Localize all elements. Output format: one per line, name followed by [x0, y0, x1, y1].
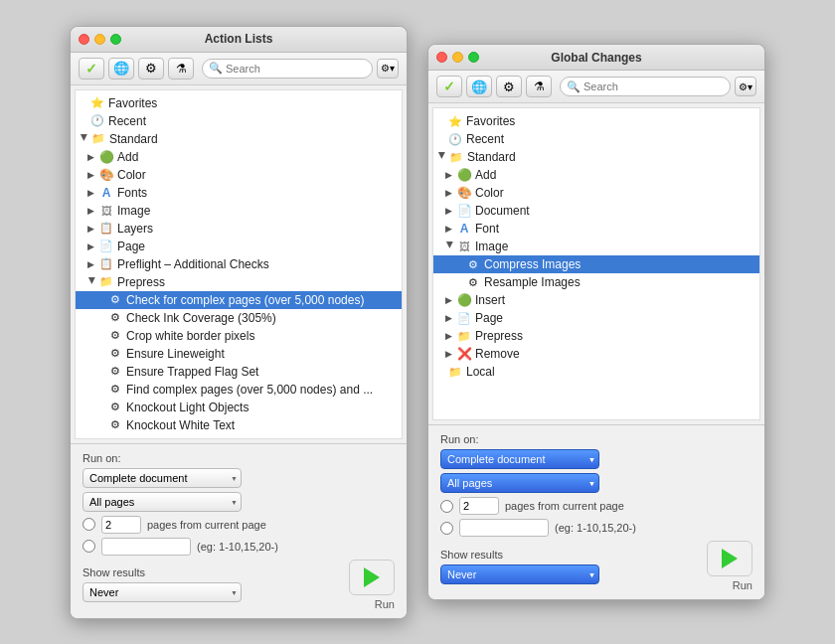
list-item[interactable]: ⚙ Check for complex pages (over 5,000 no…	[76, 291, 402, 309]
favorites-icon: ⭐	[89, 95, 105, 111]
pages-custom-input[interactable]	[101, 538, 191, 556]
list-item[interactable]: ⚙ Find complex pages (over 5,000 nodes) …	[76, 381, 402, 399]
list-item[interactable]: ▶ 📋 Preflight – Additional Checks	[76, 255, 402, 273]
list-item[interactable]: ⚙ Knockout White Text	[76, 416, 402, 434]
list-item[interactable]: ⚙ Ensure Lineweight	[76, 345, 402, 363]
list-item[interactable]: ▶ 🎨 Color	[76, 166, 402, 184]
list-item[interactable]: ▶ 📄 Document	[433, 202, 759, 220]
pages-from-input[interactable]	[101, 516, 141, 534]
settings-dropdown-button[interactable]: ⚙▾	[377, 59, 399, 79]
pages-custom-input-2[interactable]	[459, 519, 549, 537]
list-item[interactable]: ⭐ Favorites	[76, 94, 402, 112]
page-icon-2: 📄	[456, 310, 472, 326]
list-item[interactable]: ▶ 📁 Prepress	[433, 327, 759, 345]
list-item[interactable]: 🕐 Recent	[76, 112, 402, 130]
tree-item-label: Ensure Lineweight	[126, 347, 225, 361]
list-item[interactable]: ▶ 🎨 Color	[433, 184, 759, 202]
settings-icon-2: ⚙▾	[739, 81, 752, 92]
window-title-2: Global Changes	[551, 51, 641, 65]
close-button-2[interactable]	[436, 52, 447, 63]
pages-custom-radio[interactable]	[83, 540, 95, 553]
maximize-button-2[interactable]	[468, 52, 479, 63]
run-play-icon	[364, 567, 380, 587]
image-icon: 🖼	[98, 203, 114, 219]
preflight-icon: 📋	[98, 256, 114, 272]
search-input-2[interactable]	[584, 80, 724, 92]
run-button[interactable]	[349, 560, 395, 595]
list-item[interactable]: ▶ 📁 Prepress	[76, 273, 402, 291]
item-icon: ⚙	[107, 400, 123, 415]
list-item[interactable]: ⚙ Knockout Light Objects	[76, 399, 402, 416]
expand-icon: ▶	[80, 134, 89, 144]
expand-icon: ▶	[445, 188, 455, 198]
expand-icon: ▶	[87, 277, 97, 287]
pages-from-input-2[interactable]	[459, 497, 499, 515]
expand-icon: ▶	[445, 242, 455, 251]
gear-button-2[interactable]: ⚙	[496, 76, 522, 97]
prepress-icon-2: 📁	[456, 328, 472, 344]
add-icon: 🟢	[98, 149, 114, 165]
tree-item-label: Add	[117, 150, 138, 164]
font-icon: A	[456, 221, 472, 237]
checkmark-button-2[interactable]: ✓	[436, 76, 462, 97]
globe-button-2[interactable]: 🌐	[466, 76, 492, 97]
list-item[interactable]: 📁 Local	[433, 363, 759, 381]
list-item[interactable]: ▶ 📋 Layers	[76, 220, 402, 238]
list-item[interactable]: ▶ 🟢 Add	[433, 166, 759, 184]
item-icon: ⚙	[107, 346, 123, 362]
filter-button-2[interactable]: ⚗	[526, 76, 552, 97]
globe-button[interactable]: 🌐	[108, 58, 134, 80]
run-on-label: Run on:	[83, 452, 395, 464]
list-item[interactable]: ▶ 🟢 Add	[76, 148, 402, 166]
list-item[interactable]: ▶ 🟢 Insert	[433, 291, 759, 309]
pages-from-radio[interactable]	[83, 518, 95, 531]
list-item[interactable]: ⚙ Check Ink Coverage (305%)	[76, 309, 402, 327]
list-item[interactable]: ▶ 📁 Standard	[76, 130, 402, 148]
pages-hint-label: (eg: 1-10,15,20-)	[197, 541, 278, 553]
run-on-select-2[interactable]: Complete document	[440, 449, 599, 469]
expand-icon: ▶	[445, 295, 455, 305]
expand-icon: ▶	[87, 224, 97, 234]
run-on-select-wrapper-2: Complete document ▼	[440, 449, 599, 469]
settings-dropdown-button-2[interactable]: ⚙▾	[735, 77, 756, 96]
checkmark-icon-2: ✓	[443, 79, 455, 94]
toolbar-action-lists: ✓ 🌐 ⚙ ⚗ 🔍 ⚙▾	[71, 53, 407, 85]
run-on-select[interactable]: Complete document	[83, 468, 242, 488]
tree-item-label: Font	[475, 222, 499, 236]
expand-icon: ▶	[87, 206, 97, 216]
pages-from-radio-2[interactable]	[440, 500, 453, 513]
list-item[interactable]: ▶ 🖼 Image	[433, 238, 759, 255]
list-item[interactable]: ⚙ Crop white border pixels	[76, 327, 402, 345]
list-item[interactable]: ⚙ Resample Images	[433, 273, 759, 291]
expand-icon: ▶	[437, 152, 447, 162]
list-item[interactable]: ⚙ Ensure Trapped Flag Set	[76, 363, 402, 381]
checkmark-icon: ✓	[85, 61, 97, 77]
list-item[interactable]: ▶ 📁 Standard	[433, 148, 759, 166]
run-play-icon-2	[722, 549, 738, 568]
list-item[interactable]: ▶ ❌ Remove	[433, 345, 759, 363]
list-item[interactable]: 🕐 Recent	[433, 130, 759, 148]
close-button[interactable]	[79, 34, 89, 45]
list-item[interactable]: ⭐ Favorites	[433, 112, 759, 130]
minimize-button-2[interactable]	[452, 52, 463, 63]
minimize-button[interactable]	[94, 34, 105, 45]
list-item[interactable]: ▶ 🖼 Image	[76, 202, 402, 220]
tree-item-label: Standard	[467, 150, 516, 164]
list-item[interactable]: ▶ 📄 Page	[433, 309, 759, 327]
list-item[interactable]: ⚙ Compress Images	[433, 255, 759, 273]
never-select[interactable]: Never	[83, 582, 242, 602]
run-button-2[interactable]	[707, 541, 752, 576]
maximize-button[interactable]	[110, 34, 121, 45]
list-item[interactable]: ▶ A Font	[433, 220, 759, 238]
pages-hint-label-2: (eg: 1-10,15,20-)	[555, 522, 636, 534]
pages-custom-radio-2[interactable]	[440, 522, 453, 535]
never-select-2[interactable]: Never	[440, 564, 599, 584]
pages-select[interactable]: All pages	[83, 492, 242, 512]
list-item[interactable]: ▶ A Fonts	[76, 184, 402, 202]
gear-button[interactable]: ⚙	[138, 58, 164, 80]
checkmark-button[interactable]: ✓	[79, 58, 104, 80]
search-input[interactable]	[226, 63, 366, 75]
filter-button[interactable]: ⚗	[168, 58, 194, 80]
pages-select-2[interactable]: All pages	[440, 473, 599, 493]
list-item[interactable]: ▶ 📄 Page	[76, 238, 402, 255]
